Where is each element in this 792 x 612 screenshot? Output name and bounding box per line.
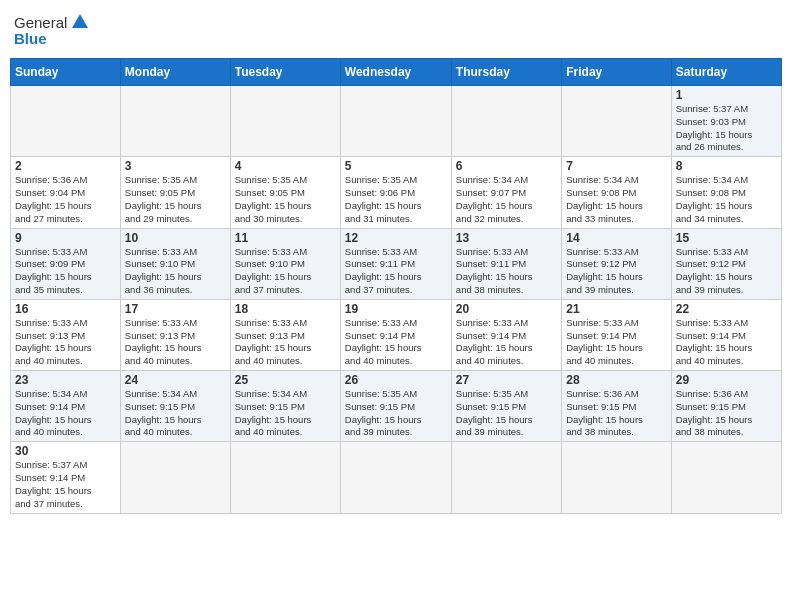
day-number: 21	[566, 302, 666, 316]
day-info: Sunrise: 5:33 AM Sunset: 9:11 PM Dayligh…	[345, 246, 447, 297]
day-header-wednesday: Wednesday	[340, 59, 451, 86]
calendar-day-cell: 19Sunrise: 5:33 AM Sunset: 9:14 PM Dayli…	[340, 299, 451, 370]
calendar-day-cell: 2Sunrise: 5:36 AM Sunset: 9:04 PM Daylig…	[11, 157, 121, 228]
logo-icon: GeneralBlue	[14, 10, 94, 50]
svg-text:General: General	[14, 14, 67, 31]
day-number: 17	[125, 302, 226, 316]
calendar-week-row: 2Sunrise: 5:36 AM Sunset: 9:04 PM Daylig…	[11, 157, 782, 228]
calendar-day-cell: 24Sunrise: 5:34 AM Sunset: 9:15 PM Dayli…	[120, 371, 230, 442]
day-number: 25	[235, 373, 336, 387]
day-info: Sunrise: 5:34 AM Sunset: 9:15 PM Dayligh…	[125, 388, 226, 439]
calendar-day-cell: 13Sunrise: 5:33 AM Sunset: 9:11 PM Dayli…	[451, 228, 561, 299]
day-number: 18	[235, 302, 336, 316]
day-info: Sunrise: 5:33 AM Sunset: 9:11 PM Dayligh…	[456, 246, 557, 297]
day-number: 7	[566, 159, 666, 173]
day-info: Sunrise: 5:34 AM Sunset: 9:15 PM Dayligh…	[235, 388, 336, 439]
day-number: 9	[15, 231, 116, 245]
day-number: 11	[235, 231, 336, 245]
day-info: Sunrise: 5:37 AM Sunset: 9:03 PM Dayligh…	[676, 103, 777, 154]
calendar-day-cell: 10Sunrise: 5:33 AM Sunset: 9:10 PM Dayli…	[120, 228, 230, 299]
calendar-header-row: SundayMondayTuesdayWednesdayThursdayFrid…	[11, 59, 782, 86]
day-header-sunday: Sunday	[11, 59, 121, 86]
day-number: 13	[456, 231, 557, 245]
day-info: Sunrise: 5:33 AM Sunset: 9:12 PM Dayligh…	[566, 246, 666, 297]
day-number: 4	[235, 159, 336, 173]
calendar-week-row: 1Sunrise: 5:37 AM Sunset: 9:03 PM Daylig…	[11, 86, 782, 157]
day-number: 30	[15, 444, 116, 458]
day-info: Sunrise: 5:33 AM Sunset: 9:12 PM Dayligh…	[676, 246, 777, 297]
calendar-day-cell: 26Sunrise: 5:35 AM Sunset: 9:15 PM Dayli…	[340, 371, 451, 442]
calendar-day-cell: 28Sunrise: 5:36 AM Sunset: 9:15 PM Dayli…	[562, 371, 671, 442]
day-number: 29	[676, 373, 777, 387]
calendar-day-cell	[562, 86, 671, 157]
calendar-day-cell: 27Sunrise: 5:35 AM Sunset: 9:15 PM Dayli…	[451, 371, 561, 442]
calendar-day-cell	[120, 86, 230, 157]
calendar-table: SundayMondayTuesdayWednesdayThursdayFrid…	[10, 58, 782, 514]
day-number: 16	[15, 302, 116, 316]
svg-marker-2	[72, 14, 88, 28]
day-info: Sunrise: 5:36 AM Sunset: 9:04 PM Dayligh…	[15, 174, 116, 225]
calendar-day-cell	[120, 442, 230, 513]
calendar-day-cell: 21Sunrise: 5:33 AM Sunset: 9:14 PM Dayli…	[562, 299, 671, 370]
day-info: Sunrise: 5:33 AM Sunset: 9:14 PM Dayligh…	[676, 317, 777, 368]
calendar-day-cell: 6Sunrise: 5:34 AM Sunset: 9:07 PM Daylig…	[451, 157, 561, 228]
day-info: Sunrise: 5:36 AM Sunset: 9:15 PM Dayligh…	[676, 388, 777, 439]
day-number: 3	[125, 159, 226, 173]
calendar-day-cell	[230, 442, 340, 513]
day-number: 15	[676, 231, 777, 245]
day-info: Sunrise: 5:33 AM Sunset: 9:10 PM Dayligh…	[125, 246, 226, 297]
day-info: Sunrise: 5:33 AM Sunset: 9:10 PM Dayligh…	[235, 246, 336, 297]
day-header-saturday: Saturday	[671, 59, 781, 86]
day-info: Sunrise: 5:34 AM Sunset: 9:14 PM Dayligh…	[15, 388, 116, 439]
calendar-day-cell: 9Sunrise: 5:33 AM Sunset: 9:09 PM Daylig…	[11, 228, 121, 299]
day-number: 24	[125, 373, 226, 387]
day-info: Sunrise: 5:34 AM Sunset: 9:08 PM Dayligh…	[566, 174, 666, 225]
calendar-day-cell	[340, 442, 451, 513]
calendar-day-cell	[230, 86, 340, 157]
day-number: 10	[125, 231, 226, 245]
day-header-friday: Friday	[562, 59, 671, 86]
calendar-day-cell: 16Sunrise: 5:33 AM Sunset: 9:13 PM Dayli…	[11, 299, 121, 370]
day-info: Sunrise: 5:33 AM Sunset: 9:14 PM Dayligh…	[566, 317, 666, 368]
calendar-day-cell	[340, 86, 451, 157]
day-info: Sunrise: 5:35 AM Sunset: 9:05 PM Dayligh…	[235, 174, 336, 225]
svg-text:Blue: Blue	[14, 30, 47, 47]
day-info: Sunrise: 5:35 AM Sunset: 9:15 PM Dayligh…	[345, 388, 447, 439]
day-info: Sunrise: 5:33 AM Sunset: 9:09 PM Dayligh…	[15, 246, 116, 297]
day-header-monday: Monday	[120, 59, 230, 86]
calendar-day-cell: 20Sunrise: 5:33 AM Sunset: 9:14 PM Dayli…	[451, 299, 561, 370]
day-info: Sunrise: 5:35 AM Sunset: 9:05 PM Dayligh…	[125, 174, 226, 225]
calendar-day-cell: 29Sunrise: 5:36 AM Sunset: 9:15 PM Dayli…	[671, 371, 781, 442]
day-info: Sunrise: 5:33 AM Sunset: 9:14 PM Dayligh…	[345, 317, 447, 368]
calendar-day-cell: 18Sunrise: 5:33 AM Sunset: 9:13 PM Dayli…	[230, 299, 340, 370]
day-number: 8	[676, 159, 777, 173]
day-header-tuesday: Tuesday	[230, 59, 340, 86]
day-info: Sunrise: 5:34 AM Sunset: 9:08 PM Dayligh…	[676, 174, 777, 225]
day-number: 12	[345, 231, 447, 245]
day-number: 28	[566, 373, 666, 387]
calendar-day-cell: 17Sunrise: 5:33 AM Sunset: 9:13 PM Dayli…	[120, 299, 230, 370]
calendar-week-row: 30Sunrise: 5:37 AM Sunset: 9:14 PM Dayli…	[11, 442, 782, 513]
calendar-day-cell: 3Sunrise: 5:35 AM Sunset: 9:05 PM Daylig…	[120, 157, 230, 228]
page-header: GeneralBlue	[10, 10, 782, 50]
day-info: Sunrise: 5:33 AM Sunset: 9:13 PM Dayligh…	[235, 317, 336, 368]
calendar-week-row: 16Sunrise: 5:33 AM Sunset: 9:13 PM Dayli…	[11, 299, 782, 370]
calendar-day-cell	[451, 86, 561, 157]
day-number: 14	[566, 231, 666, 245]
day-number: 6	[456, 159, 557, 173]
calendar-day-cell: 22Sunrise: 5:33 AM Sunset: 9:14 PM Dayli…	[671, 299, 781, 370]
calendar-day-cell: 5Sunrise: 5:35 AM Sunset: 9:06 PM Daylig…	[340, 157, 451, 228]
day-number: 1	[676, 88, 777, 102]
calendar-day-cell: 12Sunrise: 5:33 AM Sunset: 9:11 PM Dayli…	[340, 228, 451, 299]
day-info: Sunrise: 5:34 AM Sunset: 9:07 PM Dayligh…	[456, 174, 557, 225]
day-info: Sunrise: 5:36 AM Sunset: 9:15 PM Dayligh…	[566, 388, 666, 439]
logo: GeneralBlue	[14, 10, 94, 50]
day-number: 26	[345, 373, 447, 387]
calendar-day-cell	[562, 442, 671, 513]
day-info: Sunrise: 5:33 AM Sunset: 9:13 PM Dayligh…	[15, 317, 116, 368]
calendar-week-row: 23Sunrise: 5:34 AM Sunset: 9:14 PM Dayli…	[11, 371, 782, 442]
day-info: Sunrise: 5:33 AM Sunset: 9:13 PM Dayligh…	[125, 317, 226, 368]
day-number: 27	[456, 373, 557, 387]
day-info: Sunrise: 5:33 AM Sunset: 9:14 PM Dayligh…	[456, 317, 557, 368]
day-number: 23	[15, 373, 116, 387]
